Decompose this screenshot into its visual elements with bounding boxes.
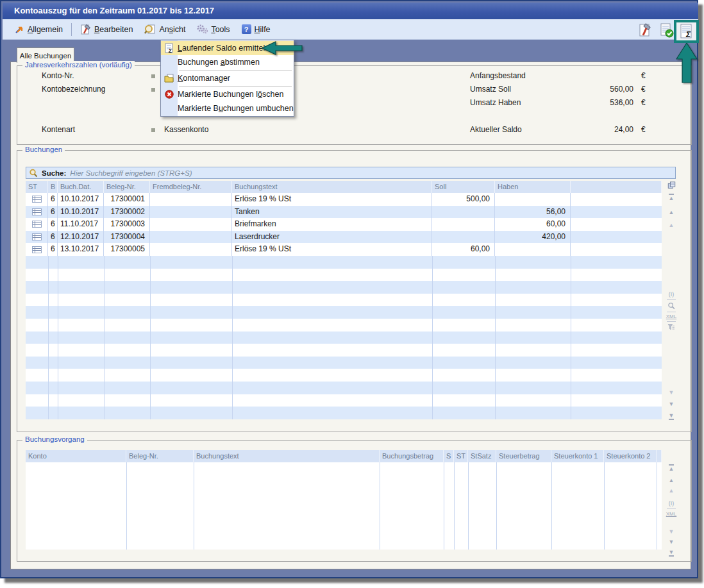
column-header-s[interactable]: S [444,450,454,462]
field-amount: 24,00 [550,125,633,134]
column-header-st[interactable]: ST [454,450,468,462]
menu-item-label: Laufender Saldo ermitteln [178,44,269,53]
menu-item-markierte-buchungen-umbuchen[interactable]: Markierte Buchungen umbuchen [161,101,294,115]
scroll-page-down-button[interactable]: ▼ [669,539,675,545]
buchungsvorgang-table-header: Konto Beleg-Nr. Buchungstext Buchungsbet… [26,450,662,462]
cell-soll [432,206,495,219]
column-header-stsatz[interactable]: StSatz [468,450,496,462]
field-amount: 536,00 [550,98,633,107]
scroll-first-button[interactable]: ▲ [669,464,675,472]
scroll-up-button[interactable]: ▲ [669,222,675,228]
running-balance-toolbar-button[interactable]: Σ [680,24,694,39]
cell-date: 10.10.2017 [58,206,104,219]
zoom-button[interactable] [667,302,676,309]
cell-haben: 60,00 [495,218,571,231]
booking-detail-icon[interactable] [32,221,42,228]
table-row[interactable]: 6 10.10.2017 17300001 Erlöse 19 % USt 50… [26,193,662,206]
table-row[interactable]: 6 11.10.2017 17300003 Briefmarken 60,00 [26,218,662,231]
menu-bearbeiten[interactable]: Bearbeiten [74,22,138,37]
cell-haben: 56,00 [495,206,571,219]
cell-buchungstext: Erlöse 19 % USt [232,193,432,206]
column-header-steuerbetrag[interactable]: Steuerbetrag [496,450,551,462]
groupbox-legend: Buchungen [22,146,65,153]
column-header-st[interactable]: ST [26,181,48,193]
menu-ansicht[interactable]: Ansicht [138,22,191,37]
menu-item-label: Markierte Buchungen löschen [178,90,283,99]
scroll-first-button[interactable]: ▲ [669,194,675,201]
scroll-last-button[interactable]: ▼ [669,412,675,420]
column-header-beleg[interactable]: Beleg-Nr. [126,450,194,462]
info-button[interactable]: (I) [669,500,675,507]
cell-filler [571,206,662,219]
menu-item-kontomanager[interactable]: Kontomanager [161,71,294,85]
column-header-buchungstext[interactable]: Buchungstext [194,450,380,462]
groupbox-legend: Jahresverkehrszahlen (vorläufig) [22,61,135,69]
cell-soll [432,218,495,231]
edit-hammer-icon [80,24,91,35]
search-icon [29,169,38,178]
menu-label: Tools [211,25,230,34]
menu-allgemein[interactable]: Allgemein [9,22,69,37]
scroll-page-up-button[interactable]: ▲ [669,477,675,483]
cell-b: 6 [48,206,58,219]
menu-label: Ansicht [159,25,185,34]
booking-detail-icon[interactable] [32,233,42,240]
scroll-last-button[interactable]: ▼ [669,549,675,557]
scroll-page-down-button[interactable]: ▼ [669,401,675,407]
booking-detail-icon[interactable] [32,208,42,215]
cell-buchungstext: Erlöse 19 % USt [232,243,432,256]
cell-b: 6 [48,243,58,256]
menu-label: Bearbeiten [94,25,133,34]
bullet-icon [151,128,155,132]
column-header-steuerkonto1[interactable]: Steuerkonto 1 [551,450,604,462]
booking-detail-icon[interactable] [32,196,42,203]
menu-item-markierte-buchungen-loeschen[interactable]: Markierte Buchungen löschen [161,87,294,101]
cell-beleg: 17300003 [104,218,150,231]
scroll-down-button[interactable]: ▼ [669,528,675,535]
column-header-buchungstext[interactable]: Buchungstext [232,181,432,193]
column-header-haben[interactable]: Haben [495,181,571,193]
cell-beleg: 17300004 [104,231,150,244]
cell-haben [495,243,571,256]
delete-icon [165,90,174,99]
column-header-soll[interactable]: Soll [432,181,495,193]
column-header-beleg[interactable]: Beleg-Nr. [104,181,150,193]
cell-haben: 420,00 [495,231,571,244]
scroll-up-button[interactable]: ▲ [669,487,675,494]
cell-soll [432,231,495,244]
column-header-buchungsbetrag[interactable]: Buchungsbetrag [380,450,444,462]
field-label: Umsatz Haben [470,98,521,107]
info-button[interactable]: (I) [669,291,675,298]
cell-fremdbeleg [150,243,232,256]
table-row[interactable]: 6 12.10.2017 17300004 Laserdrucker 420,0… [26,231,662,244]
table-row[interactable]: 6 13.10.2017 17300005 Erlöse 19 % USt 60… [26,243,662,256]
annotation-arrow-up [676,43,698,83]
currency-symbol: € [641,125,646,134]
column-header-b[interactable]: B [48,181,58,193]
booking-detail-icon[interactable] [32,246,42,253]
menu-item-buchungen-abstimmen[interactable]: Buchungen abstimmen [161,55,294,69]
column-header-date[interactable]: Buch.Dat. [58,181,104,193]
menu-hilfe[interactable]: ? Hilfe [236,22,276,37]
xml-button[interactable]: XML [666,511,676,517]
column-header-konto[interactable]: Konto [26,450,126,462]
cell-date: 10.10.2017 [58,193,104,206]
menu-tools[interactable]: Tools [191,22,235,37]
cell-filler [571,243,662,256]
search-bar[interactable]: Suche: Hier Suchbegriff eingeben (STRG+S… [26,167,676,179]
table-row[interactable]: 6 10.10.2017 17300002 Tanken 56,00 [26,206,662,219]
menu-label: Hilfe [255,25,271,34]
column-chooser-icon[interactable] [667,181,676,189]
gears-icon [197,24,208,34]
edit-hammer-toolbar-button[interactable] [638,23,652,37]
column-header-steuerkonto2[interactable]: Steuerkonto 2 [604,450,657,462]
xml-button[interactable]: XML [666,314,676,319]
scroll-down-button[interactable]: ▼ [669,389,675,396]
check-document-toolbar-button[interactable] [659,23,674,38]
scroll-page-up-button[interactable]: ▲ [669,209,675,215]
cell-date: 12.10.2017 [58,231,104,244]
table-side-toolbar: ▲ ▲ ▲ (I) XML ▼ ▼ ▼ [664,464,678,558]
column-header-fremdbeleg[interactable]: Fremdbeleg-Nr. [150,181,232,193]
filter-icon[interactable] [667,324,676,330]
column-header-filler [571,181,662,193]
